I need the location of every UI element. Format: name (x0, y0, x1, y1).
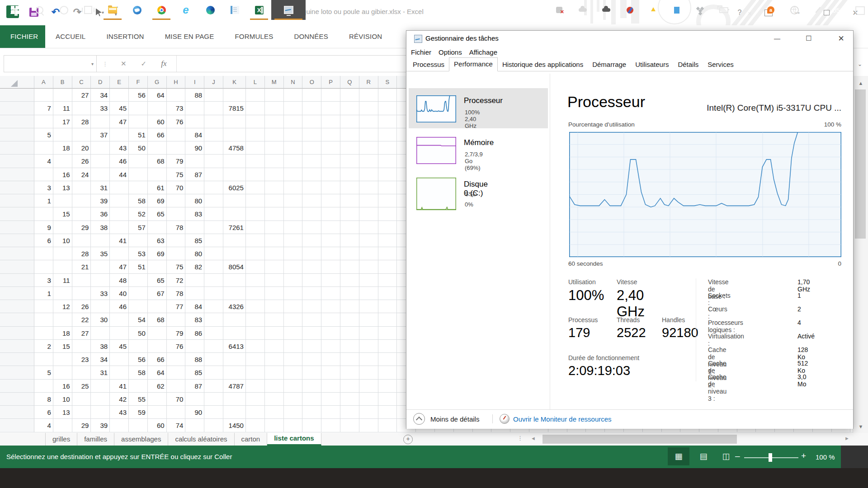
grid-cell[interactable] (223, 274, 246, 287)
grid-cell[interactable] (223, 207, 246, 221)
grid-cell[interactable] (340, 287, 359, 300)
grid-cell[interactable] (204, 194, 223, 207)
grid-cell[interactable] (204, 141, 223, 155)
row-margin-cell[interactable] (0, 313, 34, 326)
grid-cell[interactable] (246, 102, 265, 115)
grid-cell[interactable] (246, 313, 265, 326)
grid-cell[interactable] (148, 406, 167, 419)
grid-cell[interactable] (265, 313, 284, 326)
grid-cell[interactable] (378, 327, 397, 340)
grid-cell[interactable]: 11 (53, 274, 72, 287)
grid-cell[interactable] (204, 287, 223, 300)
grid-cell[interactable] (265, 194, 284, 207)
grid-cell[interactable] (167, 141, 186, 155)
grid-cell[interactable] (340, 102, 359, 115)
grid-cell[interactable]: 8 (34, 393, 53, 406)
grid-cell[interactable]: 20 (72, 141, 91, 155)
grid-cell[interactable]: 84 (185, 128, 204, 141)
tm-menu-options[interactable]: Options (439, 48, 462, 56)
grid-cell[interactable]: 31 (91, 181, 110, 194)
grid-cell[interactable]: 2 (34, 340, 53, 353)
grid-cell[interactable] (321, 102, 340, 115)
grid-cell[interactable] (185, 102, 204, 115)
grid-cell[interactable] (91, 141, 110, 155)
grid-cell[interactable] (167, 366, 186, 379)
taskbar-button-chrome[interactable] (149, 0, 174, 20)
grid-cell[interactable]: 28 (72, 247, 91, 260)
normal-view-button[interactable]: ▦ (668, 447, 689, 465)
grid-cell[interactable] (302, 247, 321, 260)
grid-cell[interactable] (129, 274, 148, 287)
grid-cell[interactable]: 37 (91, 128, 110, 141)
grid-cell[interactable] (378, 247, 397, 260)
grid-cell[interactable] (378, 300, 397, 313)
grid-cell[interactable]: 33 (91, 287, 110, 300)
grid-cell[interactable] (302, 155, 321, 168)
grid-cell[interactable] (246, 221, 265, 234)
column-header[interactable]: I (185, 76, 204, 89)
grid-cell[interactable]: 47 (110, 115, 129, 128)
grid-cell[interactable] (91, 274, 110, 287)
grid-cell[interactable] (167, 234, 186, 247)
grid-cell[interactable] (340, 393, 359, 406)
grid-cell[interactable]: 75 (167, 260, 186, 273)
grid-cell[interactable]: 68 (148, 313, 167, 326)
grid-cell[interactable] (204, 419, 223, 432)
row-margin-cell[interactable] (0, 274, 34, 287)
grid-cell[interactable] (53, 89, 72, 102)
grid-cell[interactable] (265, 115, 284, 128)
grid-cell[interactable] (204, 340, 223, 353)
grid-cell[interactable] (378, 194, 397, 207)
grid-cell[interactable]: 80 (185, 194, 204, 207)
grid-cell[interactable] (378, 234, 397, 247)
grid-cell[interactable] (302, 419, 321, 432)
row-margin-cell[interactable] (0, 260, 34, 273)
grid-cell[interactable] (378, 207, 397, 221)
taskbar-button-excel[interactable]: X (247, 0, 271, 20)
grid-cell[interactable] (53, 194, 72, 207)
grid-cell[interactable]: 15 (53, 340, 72, 353)
grid-cell[interactable] (129, 181, 148, 194)
grid-cell[interactable] (265, 207, 284, 221)
grid-cell[interactable] (167, 313, 186, 326)
insert-function-button[interactable]: fx (154, 59, 174, 68)
tray-pen[interactable] (806, 0, 830, 20)
grid-cell[interactable] (378, 260, 397, 273)
cancel-entry-button[interactable]: ✕ (113, 60, 134, 68)
tray-cloud-dark[interactable] (594, 0, 618, 20)
grid-cell[interactable]: 72 (167, 274, 186, 287)
page-layout-view-button[interactable]: ▤ (693, 447, 714, 465)
grid-cell[interactable] (148, 141, 167, 155)
column-header[interactable]: H (167, 76, 186, 89)
row-margin-cell[interactable] (0, 287, 34, 300)
grid-cell[interactable] (110, 419, 129, 432)
grid-cell[interactable]: 3 (34, 274, 53, 287)
grid-cell[interactable]: 62 (148, 380, 167, 393)
column-header[interactable]: N (284, 76, 303, 89)
grid-cell[interactable] (340, 128, 359, 141)
grid-cell[interactable]: 58 (129, 366, 148, 379)
grid-cell[interactable] (265, 89, 284, 102)
grid-cell[interactable] (148, 221, 167, 234)
taskbar-button-thunderbird[interactable] (125, 0, 149, 20)
taskbar-button-task-view[interactable] (76, 0, 100, 20)
column-header[interactable]: S (378, 76, 397, 89)
grid-cell[interactable]: 21 (72, 260, 91, 273)
ribbon-tab-révision[interactable]: RÉVISION (339, 25, 392, 48)
grid-cell[interactable] (340, 89, 359, 102)
grid-cell[interactable]: 66 (148, 128, 167, 141)
grid-cell[interactable]: 7 (34, 102, 53, 115)
grid-cell[interactable]: 38 (91, 340, 110, 353)
grid-cell[interactable] (321, 300, 340, 313)
grid-cell[interactable] (302, 89, 321, 102)
grid-cell[interactable] (246, 287, 265, 300)
grid-cell[interactable] (110, 247, 129, 260)
grid-cell[interactable]: 6 (34, 406, 53, 419)
column-header[interactable]: M (265, 76, 284, 89)
row-margin-cell[interactable] (0, 327, 34, 340)
grid-cell[interactable]: 15 (53, 207, 72, 221)
grid-cell[interactable] (204, 353, 223, 366)
grid-cell[interactable] (265, 406, 284, 419)
grid-cell[interactable] (167, 194, 186, 207)
grid-cell[interactable] (340, 380, 359, 393)
